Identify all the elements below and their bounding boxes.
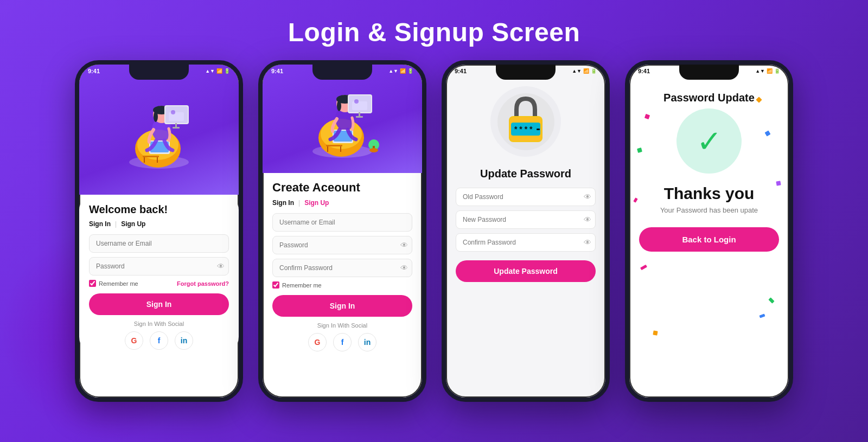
phone-status-4: 9:41 ▲▼ 📶 🔋 bbox=[629, 68, 789, 74]
tab-signin-1[interactable]: Sign In bbox=[89, 220, 111, 228]
phone2-form-area: Create Aceount Sign In | Sign Up 👁 👁 Rem… bbox=[263, 173, 422, 357]
google-btn-1[interactable]: G bbox=[125, 331, 143, 350]
svg-rect-16 bbox=[144, 157, 145, 163]
svg-rect-15 bbox=[143, 156, 159, 157]
svg-point-6 bbox=[154, 111, 158, 122]
social-text-2: Sign In With Social bbox=[272, 322, 412, 329]
svg-rect-32 bbox=[356, 116, 363, 118]
svg-rect-29 bbox=[352, 101, 367, 110]
signin-button-1[interactable]: Sign In bbox=[89, 293, 229, 315]
svg-point-12 bbox=[171, 110, 175, 114]
signup-tab-row: Sign In | Sign Up bbox=[272, 199, 412, 207]
eye-icon-2[interactable]: 👁 bbox=[400, 241, 408, 249]
svg-rect-33 bbox=[326, 145, 342, 146]
confirm-input-3[interactable] bbox=[456, 233, 596, 252]
phone1-illustration-area bbox=[79, 65, 239, 195]
phone-success: 9:41 ▲▼ 📶 🔋 Password Update ✓ T bbox=[625, 60, 793, 402]
social-icons-1: G f in bbox=[89, 331, 229, 350]
password-update-label: Password Update bbox=[663, 92, 755, 104]
page-title: Login & Signup Screen bbox=[0, 0, 868, 60]
lock-illustration: * * * * bbox=[490, 86, 561, 157]
eye-icon-1[interactable]: 👁 bbox=[217, 262, 225, 271]
remember-row-2: Remember me bbox=[272, 281, 412, 289]
eye-icon-old[interactable]: 👁 bbox=[584, 193, 591, 201]
update-password-button[interactable]: Update Password bbox=[456, 260, 596, 282]
svg-point-24 bbox=[337, 100, 341, 111]
tab-signup-2[interactable]: Sign Up bbox=[304, 199, 329, 207]
tab-signup-1[interactable]: Sign Up bbox=[121, 220, 145, 228]
phone-signup: 9:41 ▲▼ 📶 🔋 bbox=[258, 60, 426, 402]
login-tab-row: Sign In | Sign Up bbox=[89, 220, 229, 228]
status-time-1: 9:41 bbox=[88, 68, 100, 74]
create-account-title: Create Aceount bbox=[272, 181, 412, 195]
social-text-1: Sign In With Social bbox=[89, 321, 229, 327]
updated-text: Your Password has been upate bbox=[660, 206, 758, 214]
new-password-wrap: 👁 bbox=[456, 210, 596, 229]
success-circle: ✓ bbox=[676, 108, 742, 174]
welcome-title: Welcome back! bbox=[89, 203, 229, 216]
remember-row-1: Remember me Forgot password? bbox=[89, 280, 229, 287]
svg-rect-43 bbox=[537, 129, 540, 130]
password-input-wrap-1: 👁 bbox=[89, 257, 229, 276]
eye-icon-3[interactable]: 👁 bbox=[400, 264, 408, 272]
confirm-input-2[interactable] bbox=[272, 259, 412, 277]
remember-label-2: Remember me bbox=[282, 282, 322, 289]
svg-rect-13 bbox=[175, 123, 177, 127]
update-form: 👁 👁 👁 Update Password bbox=[456, 188, 596, 287]
phone2-illustration-area bbox=[263, 65, 422, 173]
svg-rect-34 bbox=[327, 146, 328, 152]
status-time-2: 9:41 bbox=[271, 68, 283, 74]
remember-checkbox-1[interactable] bbox=[89, 280, 96, 287]
social-section-2: Sign In With Social G f in bbox=[272, 322, 412, 351]
phone-update-password: 9:41 ▲▼ 📶 🔋 bbox=[442, 60, 610, 402]
svg-point-38 bbox=[369, 148, 378, 152]
facebook-btn-1[interactable]: f bbox=[150, 331, 168, 350]
linkedin-btn-2[interactable]: in bbox=[358, 333, 376, 351]
old-password-input[interactable] bbox=[456, 188, 596, 206]
google-btn-2[interactable]: G bbox=[308, 333, 327, 351]
phone-status-2: 9:41 ▲▼ 📶 🔋 bbox=[263, 68, 422, 74]
password-input-1[interactable] bbox=[89, 257, 229, 276]
status-icons-1: ▲▼ 📶 🔋 bbox=[205, 68, 230, 74]
old-password-wrap: 👁 bbox=[456, 188, 596, 206]
update-password-title: Update Password bbox=[480, 168, 571, 180]
status-time-4: 9:41 bbox=[638, 68, 650, 74]
signin-button-2[interactable]: Sign In bbox=[272, 295, 412, 317]
new-password-input[interactable] bbox=[456, 210, 596, 229]
svg-rect-11 bbox=[169, 112, 184, 121]
password-input-2[interactable] bbox=[272, 236, 412, 254]
back-to-login-button[interactable]: Back to Login bbox=[639, 227, 779, 252]
linkedin-btn-1[interactable]: in bbox=[175, 331, 193, 350]
eye-icon-new[interactable]: 👁 bbox=[584, 215, 591, 224]
phone1-form-area: Welcome back! Sign In | Sign Up 👁 Rememb… bbox=[79, 195, 239, 356]
phone3-content: * * * * Update Password 👁 👁 bbox=[446, 65, 605, 298]
social-icons-2: G f in bbox=[272, 333, 412, 351]
username-input-1[interactable] bbox=[89, 234, 229, 253]
phone-status-3: 9:41 ▲▼ 📶 🔋 bbox=[446, 68, 605, 74]
forgot-link-1[interactable]: Forgot password? bbox=[177, 280, 229, 287]
tab-signin-2[interactable]: Sign In bbox=[272, 199, 294, 207]
eye-icon-confirm[interactable]: 👁 bbox=[584, 238, 591, 247]
phone-login: 9:41 ▲▼ 📶 🔋 bbox=[75, 60, 243, 402]
svg-point-30 bbox=[354, 99, 359, 104]
svg-rect-35 bbox=[340, 146, 341, 152]
phone-status-1: 9:41 ▲▼ 📶 🔋 bbox=[79, 68, 239, 74]
phones-row: 9:41 ▲▼ 📶 🔋 bbox=[0, 60, 868, 402]
status-time-3: 9:41 bbox=[455, 68, 467, 74]
svg-text:* * * *: * * * * bbox=[514, 125, 533, 133]
phone4-content: Password Update ✓ Thanks you Your Passwo… bbox=[629, 65, 789, 262]
svg-rect-14 bbox=[173, 127, 180, 129]
checkmark-icon: ✓ bbox=[697, 124, 722, 159]
remember-label-1: Remember me bbox=[99, 280, 138, 287]
svg-rect-17 bbox=[157, 157, 158, 163]
social-section-1: Sign In With Social G f in bbox=[89, 321, 229, 350]
facebook-btn-2[interactable]: f bbox=[333, 333, 352, 351]
thanks-title: Thanks you bbox=[664, 184, 755, 203]
password-input-wrap-2: 👁 bbox=[272, 236, 412, 254]
login-illustration bbox=[79, 65, 239, 195]
svg-rect-31 bbox=[359, 112, 360, 117]
confirm-password-wrap-3: 👁 bbox=[456, 233, 596, 252]
remember-checkbox-2[interactable] bbox=[272, 281, 279, 289]
confirm-password-wrap-2: 👁 bbox=[272, 259, 412, 277]
username-input-2[interactable] bbox=[272, 213, 412, 232]
